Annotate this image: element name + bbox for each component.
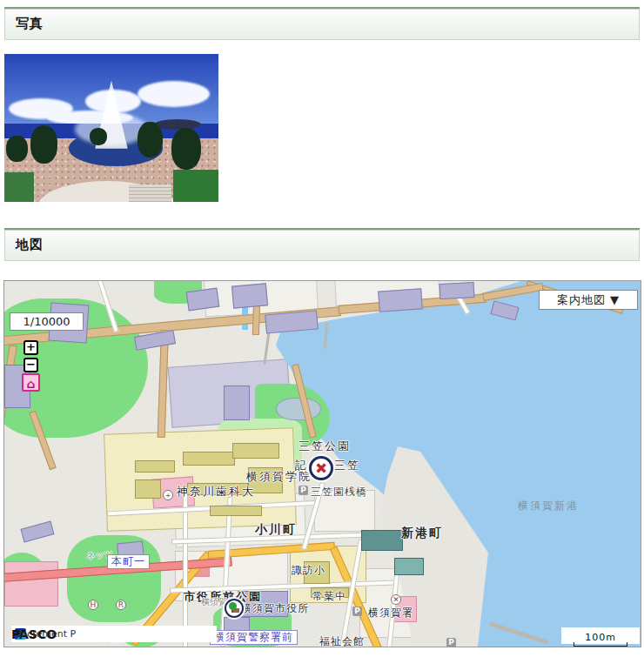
label-welfare-hall: 福祉会館 xyxy=(319,634,365,647)
park-pond xyxy=(276,398,321,420)
campus-building xyxy=(135,460,175,473)
campus-building xyxy=(183,452,235,466)
campus-building xyxy=(135,479,161,499)
label-suwa-elementary: 諏訪小 xyxy=(292,563,325,578)
building xyxy=(224,385,250,420)
label-yokosuka-gakuin: 横須賀学院 xyxy=(246,469,312,485)
campus-building xyxy=(210,506,262,516)
zoom-in-button[interactable]: + xyxy=(23,340,38,355)
building xyxy=(231,283,268,308)
photo-tree xyxy=(171,128,201,170)
building xyxy=(21,521,55,543)
map-copyright: PASCO Increment P xyxy=(11,626,217,642)
map-canvas[interactable]: P P P H R ✕ ＋ ✚ 三笠公園 記念艦三笠 三笠園桟橋 横須賀学院 神… xyxy=(3,280,641,647)
map-type-dropdown[interactable]: 案内地図 ▼ xyxy=(539,290,638,310)
green-area xyxy=(67,535,161,622)
parking-icon: P xyxy=(352,607,362,616)
map-section-header: 地図 xyxy=(4,230,640,261)
photo-tree xyxy=(6,136,28,163)
scale-bar-label: 100m xyxy=(585,632,616,643)
mikasa-park-photo xyxy=(4,54,218,202)
label-mikasa-park: 三笠公園 xyxy=(299,439,351,454)
home-icon: ⌂ xyxy=(26,377,35,391)
tree-icon xyxy=(229,602,237,610)
label-kanagawa-dental-univ: 神奈川歯科大 xyxy=(177,484,255,499)
label-mikasa-pier: 三笠園桟橋 xyxy=(311,485,367,499)
photo-tree xyxy=(90,128,107,145)
building xyxy=(224,617,250,631)
home-button[interactable]: ⌂ xyxy=(22,373,40,392)
building xyxy=(439,282,475,299)
warehouse-building xyxy=(361,530,403,551)
label-yokosuka-shinko: 横須賀新港 xyxy=(518,499,579,513)
label-yokosuka-police: 横須賀署 xyxy=(368,606,413,620)
photo-steps xyxy=(129,184,171,202)
label-yokosuka-city-hall: 横須賀市役所 xyxy=(241,601,309,616)
photo-section-title: 写真 xyxy=(16,16,639,32)
park-poi-marker[interactable] xyxy=(225,599,244,618)
label-tokiwa-junior-high: 常葉中 xyxy=(312,589,346,604)
parking-icon: P xyxy=(446,638,456,647)
page: 写真 地図 xyxy=(0,0,644,657)
map-scale-indicator: 1/10000 xyxy=(10,312,84,331)
pink-block xyxy=(4,561,58,607)
photo-island xyxy=(154,119,201,130)
increment-p-name: Increment P xyxy=(18,628,76,640)
photo-cloud xyxy=(138,81,211,108)
hospital-icon: ＋ xyxy=(163,490,173,500)
photo-lawn xyxy=(173,170,218,202)
photo-tree xyxy=(30,125,58,164)
hotel-icon: H xyxy=(88,600,98,610)
photo-tree xyxy=(138,122,164,158)
building xyxy=(378,288,423,312)
warehouse-building xyxy=(394,558,424,575)
label-ogawacho: 小川町 xyxy=(255,522,297,538)
police-box-icon: ✕ xyxy=(391,594,401,605)
map-scale-bar: 100m xyxy=(561,627,640,644)
label-honcho-1-signbox: 本町一 xyxy=(107,554,150,569)
rental-icon: R xyxy=(116,600,126,610)
photo-section-header: 写真 xyxy=(4,9,640,40)
zoom-out-button[interactable]: − xyxy=(23,358,38,372)
campus-building xyxy=(232,443,279,459)
parking-icon: P xyxy=(299,486,308,495)
mikasa-poi-marker[interactable]: ✚ xyxy=(309,456,333,480)
label-shinkocho: 新港町 xyxy=(401,526,443,541)
label-police-station-front-signbox: 横須賀警察署前 xyxy=(210,630,298,645)
map-section-title: 地図 xyxy=(16,237,639,253)
photo-lawn xyxy=(4,172,34,202)
road xyxy=(252,305,260,335)
